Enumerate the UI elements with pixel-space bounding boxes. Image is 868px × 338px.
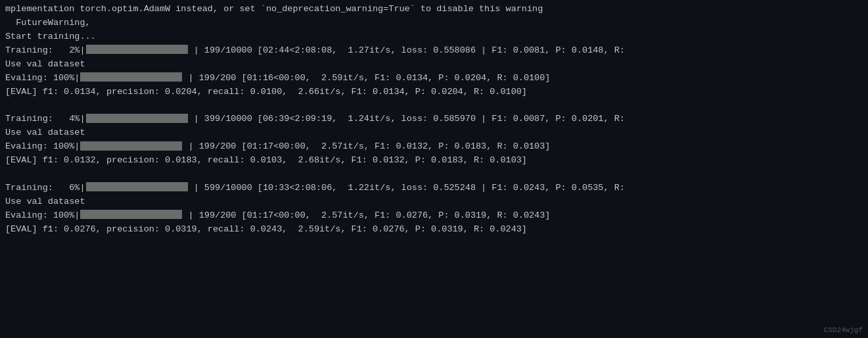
terminal-line-8: Training: 4%| | 399/10000 [06:39<2:09:19…	[5, 112, 863, 126]
watermark: CSD24wjgf	[824, 326, 863, 334]
terminal-line-11: [EVAL] f1: 0.0132, precision: 0.0183, re…	[5, 154, 863, 168]
evaling-2-progress-bar	[80, 141, 182, 151]
evaling-3-progress-bar	[80, 210, 182, 219]
terminal-line-13: Use val dataset	[5, 195, 863, 209]
terminal-window: mplementation torch.optim.AdamW instead,…	[0, 0, 868, 338]
evaling-3-suffix: | 199/200 [01:17<00:00, 2.57it/s, F1: 0.…	[183, 210, 550, 220]
evaling-2-prefix: Evaling: 100%|	[5, 141, 80, 151]
blank-line-1	[5, 99, 863, 112]
terminal-line-2: FutureWarning,	[5, 16, 863, 30]
terminal-line-12: Training: 6%| | 599/10000 [10:33<2:08:06…	[5, 181, 863, 195]
training-4-suffix: | 399/10000 [06:39<2:09:19, 1.24it/s, lo…	[189, 114, 625, 124]
evaling-3-prefix: Evaling: 100%|	[5, 210, 80, 220]
training-4-prefix: Training: 4%|	[5, 114, 85, 124]
training-6-progress-bar	[86, 182, 188, 191]
terminal-line-5: Use val dataset	[5, 58, 863, 72]
terminal-line-15: [EVAL] f1: 0.0276, precision: 0.0319, re…	[5, 223, 863, 237]
evaling-1-prefix: Evaling: 100%|	[5, 73, 80, 83]
terminal-line-6: Evaling: 100%| | 199/200 [01:16<00:00, 2…	[5, 72, 863, 85]
terminal-line-1: mplementation torch.optim.AdamW instead,…	[5, 3, 863, 16]
terminal-line-4: Training: 2%| | 199/10000 [02:44<2:08:08…	[5, 44, 863, 58]
training-2-progress-bar	[86, 45, 188, 54]
evaling-1-progress-bar	[80, 72, 182, 82]
training-4-progress-bar	[86, 114, 188, 123]
training-6-prefix: Training: 6%|	[5, 183, 85, 193]
training-6-suffix: | 599/10000 [10:33<2:08:06, 1.22it/s, lo…	[189, 183, 625, 193]
blank-line-2	[5, 168, 863, 181]
terminal-line-14: Evaling: 100%| | 199/200 [01:17<00:00, 2…	[5, 209, 863, 223]
terminal-line-9: Use val dataset	[5, 126, 863, 140]
terminal-line-3: Start training...	[5, 30, 863, 44]
training-2-suffix: | 199/10000 [02:44<2:08:08, 1.27it/s, lo…	[189, 45, 625, 55]
terminal-line-7: [EVAL] f1: 0.0134, precision: 0.0204, re…	[5, 85, 863, 99]
training-2-prefix: Training: 2%|	[5, 45, 85, 55]
evaling-1-suffix: | 199/200 [01:16<00:00, 2.59it/s, F1: 0.…	[183, 73, 550, 83]
evaling-2-suffix: | 199/200 [01:17<00:00, 2.57it/s, F1: 0.…	[183, 141, 550, 151]
terminal-line-10: Evaling: 100%| | 199/200 [01:17<00:00, 2…	[5, 140, 863, 154]
